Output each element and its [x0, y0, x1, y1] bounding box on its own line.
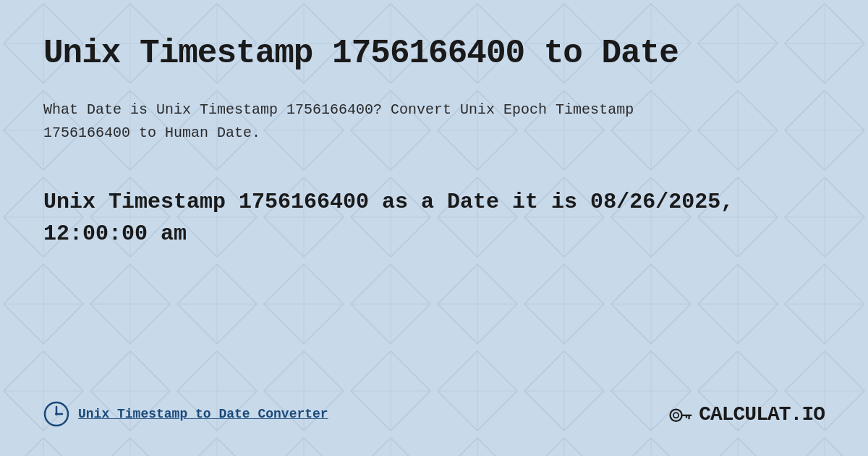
logo-section: CALCULAT.IO [667, 401, 825, 427]
description-text: What Date is Unix Timestamp 1756166400? … [43, 98, 694, 145]
footer: Unix Timestamp to Date Converter CALCULA… [43, 387, 825, 427]
logo-icon [667, 401, 693, 427]
svg-point-12 [671, 410, 682, 421]
result-text: Unix Timestamp 1756166400 as a Date it i… [43, 187, 825, 250]
main-section: Unix Timestamp 1756166400 to Date What D… [43, 35, 825, 250]
clock-icon [43, 401, 69, 427]
footer-left[interactable]: Unix Timestamp to Date Converter [43, 401, 328, 427]
logo-text: CALCULAT.IO [699, 403, 825, 426]
footer-link-text[interactable]: Unix Timestamp to Date Converter [78, 407, 328, 421]
main-content: Unix Timestamp 1756166400 to Date What D… [0, 0, 868, 456]
page-title: Unix Timestamp 1756166400 to Date [43, 35, 825, 72]
result-section: Unix Timestamp 1756166400 as a Date it i… [43, 187, 825, 250]
svg-point-11 [55, 413, 58, 415]
svg-point-13 [673, 413, 678, 418]
